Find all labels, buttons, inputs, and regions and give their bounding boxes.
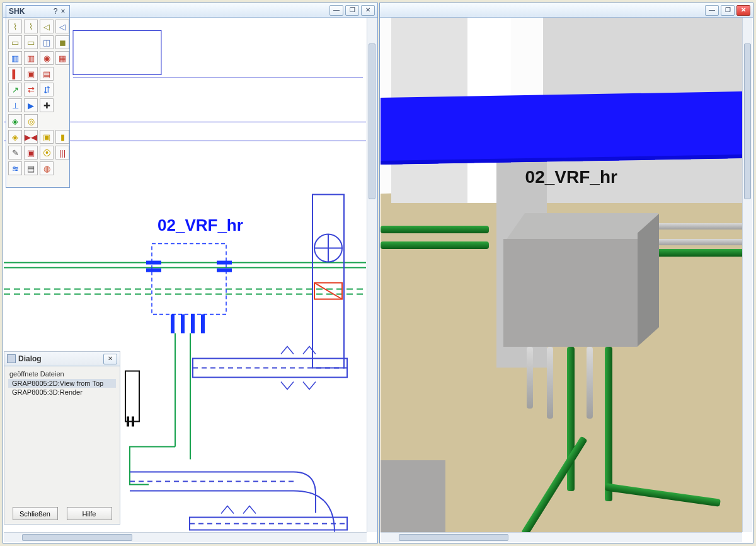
tool-13[interactable]: ▌ [8,67,22,81]
unit-label-2d: 02_VRF_hr [158,216,243,235]
canvas-3d[interactable]: 02_VRF_hr [381,18,742,532]
scrollbar-horizontal-2d[interactable] [4,532,367,542]
close-button-3d[interactable]: ✕ [736,5,750,16]
svg-rect-0 [73,31,161,75]
close-icon: ✕ [365,7,370,13]
pipe-left-1 [381,226,489,233]
tool-36[interactable]: ||| [55,146,69,160]
tool-11[interactable]: ◉ [40,51,54,65]
vrf-unit-side [638,214,659,347]
tool-17[interactable]: ↗ [8,83,22,96]
tool-08[interactable]: ◼ [55,35,69,49]
scroll-thumb-v[interactable] [744,44,751,199]
svg-rect-30 [125,371,139,422]
minimize-icon: — [709,7,715,13]
scrollbar-horizontal-3d[interactable] [381,532,742,542]
tool-19[interactable]: ⇵ [40,83,54,96]
stub-5 [605,347,612,501]
tool-34[interactable]: ▣ [24,146,38,160]
tool-39[interactable]: ◍ [40,161,54,175]
close-icon: ✕ [108,356,113,362]
tool-07[interactable]: ◫ [40,35,54,49]
titlebar-3d[interactable]: — ❐ ✕ [380,3,753,18]
open-file-row[interactable]: GRAP8005:3D:Render [8,388,116,397]
tool-35[interactable]: ⦿ [40,146,54,160]
tool-38[interactable]: ▤ [24,161,38,175]
tool-01[interactable]: ⌇ [8,20,22,33]
scroll-thumb-h[interactable] [22,534,132,541]
stub-1 [527,347,533,409]
dialog-title: Dialog [18,354,101,363]
open-files-list[interactable]: GRAP8005:2D:View from TopGRAP8005:3D:Ren… [8,379,116,399]
maximize-icon: ❐ [350,7,355,13]
minimize-icon: — [333,7,340,13]
dialog-icon [7,354,16,363]
stub-2 [547,347,553,419]
dialog-close-x[interactable]: ✕ [103,354,117,364]
scrollbar-vertical-3d[interactable] [742,18,752,532]
tool-02[interactable]: ⌇ [24,20,38,33]
scroll-thumb-v[interactable] [369,44,375,199]
scroll-thumb-h[interactable] [399,534,508,541]
equipment-box [381,460,445,532]
pipe-left-2 [381,241,489,249]
tool-03[interactable]: ◁ [40,20,54,33]
tool-26[interactable]: ◎ [24,114,38,128]
svg-rect-8 [152,244,226,315]
tool-14[interactable]: ▣ [24,67,38,81]
dialog-titlebar[interactable]: Dialog ✕ [4,352,120,366]
stub-4 [587,347,593,419]
tool-32[interactable]: ▮ [55,130,69,144]
close-icon: ✕ [741,7,746,13]
toolbox-grid: ⌇⌇◁◁▭▭◫◼▥▥◉▦▌▣▤↗⇄⇵⊥▶✚◈◎◈▶◀▣▮✎▣⦿|||≋▤◍ [8,20,67,175]
vrf-unit-front [503,239,637,347]
open-file-row[interactable]: GRAP8005:2D:View from Top [8,379,116,388]
dialog-section-label: geöffnete Dateien [4,366,120,379]
window-3d-view: — ❐ ✕ 02_VRF_hr [379,3,753,543]
scrollbar-vertical-2d[interactable] [367,18,377,532]
tool-33[interactable]: ✎ [8,146,22,160]
toolbox-title: SHK [9,7,52,16]
toolbox-help-button[interactable]: ? [52,7,59,16]
toolbox-close-button[interactable]: × [59,7,67,16]
tool-30[interactable]: ▶◀ [24,130,38,144]
minimize-button-2d[interactable]: — [329,5,343,16]
tool-22[interactable]: ▶ [24,98,38,112]
toolbox-shk: SHK ? × ⌇⌇◁◁▭▭◫◼▥▥◉▦▌▣▤↗⇄⇵⊥▶✚◈◎◈▶◀▣▮✎▣⦿|… [6,5,70,188]
toolbox-titlebar[interactable]: SHK ? × [6,6,69,18]
tool-10[interactable]: ▥ [24,51,38,65]
dialog-open-files: Dialog ✕ geöffnete Dateien GRAP8005:2D:V… [4,351,120,525]
tool-05[interactable]: ▭ [8,35,22,49]
maximize-button-3d[interactable]: ❐ [721,5,735,16]
tool-09[interactable]: ▥ [8,51,22,65]
tool-29[interactable]: ◈ [8,130,22,144]
dialog-help-button[interactable]: Hilfe [67,507,112,520]
tool-12[interactable]: ▦ [55,51,69,65]
dialog-close-button[interactable]: Schließen [13,507,58,520]
unit-label-3d: 02_VRF_hr [525,167,617,187]
tool-21[interactable]: ⊥ [8,98,22,112]
svg-line-24 [314,283,342,299]
minimize-button-3d[interactable]: — [705,5,719,16]
tool-37[interactable]: ≋ [8,161,22,175]
close-button-2d[interactable]: ✕ [361,5,375,16]
tool-31[interactable]: ▣ [40,130,54,144]
maximize-icon: ❐ [725,7,731,13]
blue-beam [381,91,742,165]
tool-23[interactable]: ✚ [40,98,54,112]
tool-06[interactable]: ▭ [24,35,38,49]
tool-15[interactable]: ▤ [40,67,54,81]
maximize-button-2d[interactable]: ❐ [345,5,359,16]
tool-04[interactable]: ◁ [55,20,69,33]
tool-18[interactable]: ⇄ [24,83,38,96]
svg-rect-19 [312,195,344,368]
tool-25[interactable]: ◈ [8,114,22,128]
